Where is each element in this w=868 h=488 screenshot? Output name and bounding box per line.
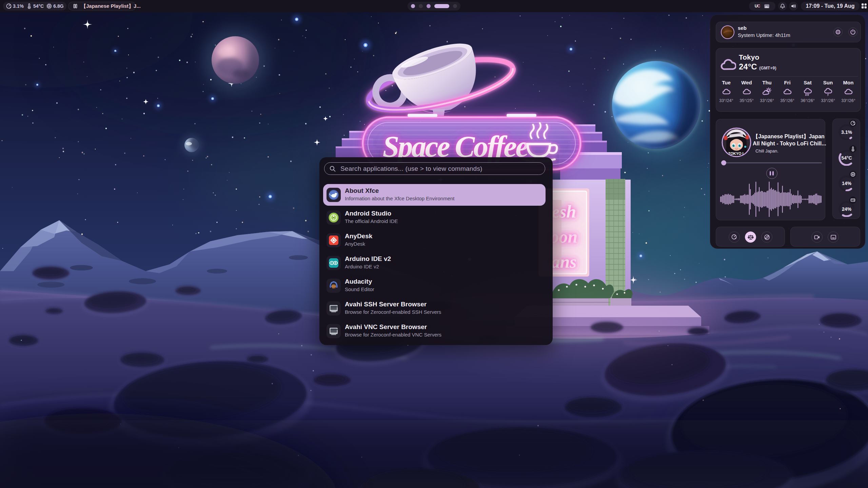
svg-text:54°C: 54°C xyxy=(841,155,852,161)
svg-text:3.1%: 3.1% xyxy=(841,129,852,135)
svg-text:24%: 24% xyxy=(842,206,852,212)
svg-text:14%: 14% xyxy=(842,181,852,186)
